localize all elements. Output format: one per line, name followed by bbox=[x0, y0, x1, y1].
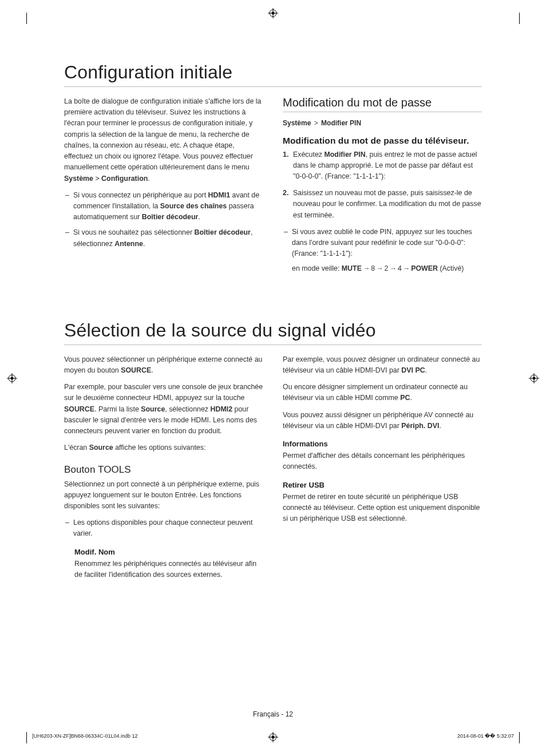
body-paragraph: Permet d'afficher des détails concernant… bbox=[283, 450, 482, 472]
mini-heading: Retirer USB bbox=[283, 481, 482, 489]
mini-heading: Informations bbox=[283, 440, 482, 448]
body-paragraph: L'écran Source affiche les options suiva… bbox=[64, 442, 263, 453]
note-list: Les options disponibles pour chaque conn… bbox=[64, 517, 263, 539]
body-paragraph: Vous pouvez sélectionner un périphérique… bbox=[64, 354, 263, 376]
body-paragraph: Par exemple, pour basculer vers une cons… bbox=[64, 382, 263, 437]
list-item: Si vous avez oublié le code PIN, appuyez… bbox=[283, 227, 482, 274]
bullet-list: Si vous connectez un périphérique au por… bbox=[64, 190, 263, 250]
sub-heading: Modification du mot de passe du télévise… bbox=[283, 136, 482, 146]
menu-path: Système > Modifier PIN bbox=[283, 118, 482, 129]
subsection-heading: Modification du mot de passe bbox=[283, 96, 482, 112]
list-item: Saisissez un nouveau mot de passe, puis … bbox=[283, 188, 482, 221]
page-sheet: Configuration initiale La boîte de dialo… bbox=[0, 0, 546, 756]
key-sequence: en mode veille: MUTE→8→2→4→POWER (Activé… bbox=[292, 263, 482, 274]
right-column: Par exemple, vous pouvez désigner un ord… bbox=[283, 354, 482, 586]
body-paragraph: Renommez les périphériques connectés au … bbox=[74, 559, 263, 580]
mini-heading: Modif. Nom bbox=[74, 548, 263, 556]
list-item: Exécutez Modifier PIN, puis entrez le mo… bbox=[283, 149, 482, 183]
body-paragraph: Sélectionnez un port connecté à un périp… bbox=[64, 479, 263, 512]
crop-mark bbox=[519, 732, 520, 743]
page-content: Configuration initiale La boîte de dialo… bbox=[64, 62, 482, 704]
list-item: Les options disponibles pour chaque conn… bbox=[64, 517, 263, 539]
two-column-layout: Vous pouvez sélectionner un périphérique… bbox=[64, 354, 482, 586]
imprint-bar: [UH6203-XN-ZF]BN68-06334C-01L04.indb 12 … bbox=[32, 733, 514, 739]
crop-mark bbox=[26, 13, 27, 24]
crop-mark bbox=[26, 732, 27, 743]
body-paragraph: Ou encore désigner simplement un ordinat… bbox=[283, 382, 482, 403]
section-title: Sélection de la source du signal vidéo bbox=[64, 320, 482, 345]
numbered-steps: Exécutez Modifier PIN, puis entrez le mo… bbox=[283, 149, 482, 221]
two-column-layout: La boîte de dialogue de configuration in… bbox=[64, 96, 482, 280]
note-list: Si vous avez oublié le code PIN, appuyez… bbox=[283, 227, 482, 274]
registration-mark-icon bbox=[268, 8, 278, 18]
body-paragraph: Par exemple, vous pouvez désigner un ord… bbox=[283, 354, 482, 376]
left-column: La boîte de dialogue de configuration in… bbox=[64, 96, 263, 280]
registration-mark-icon bbox=[529, 373, 539, 383]
indented-block: Modif. Nom Renommez les périphériques co… bbox=[64, 548, 263, 580]
list-item: Si vous ne souhaitez pas sélectionner Bo… bbox=[64, 227, 263, 249]
body-paragraph: Permet de retirer en toute sécurité un p… bbox=[283, 492, 482, 525]
left-column: Vous pouvez sélectionner un périphérique… bbox=[64, 354, 263, 586]
right-column: Modification du mot de passe Système > M… bbox=[283, 96, 482, 280]
body-paragraph: Vous pouvez aussi désigner un périphériq… bbox=[283, 410, 482, 432]
imprint-file: [UH6203-XN-ZF]BN68-06334C-01L04.indb 12 bbox=[32, 733, 138, 739]
intro-paragraph: La boîte de dialogue de configuration in… bbox=[64, 96, 263, 184]
tools-heading: Bouton TOOLS bbox=[64, 464, 263, 476]
crop-mark bbox=[519, 13, 520, 24]
section-title: Configuration initiale bbox=[64, 62, 482, 87]
list-item: Si vous connectez un périphérique au por… bbox=[64, 190, 263, 223]
imprint-timestamp: 2014-08-01 �� 5:32:07 bbox=[457, 733, 514, 739]
page-footer-center: Français - 12 bbox=[0, 710, 546, 718]
registration-mark-icon bbox=[7, 373, 17, 383]
